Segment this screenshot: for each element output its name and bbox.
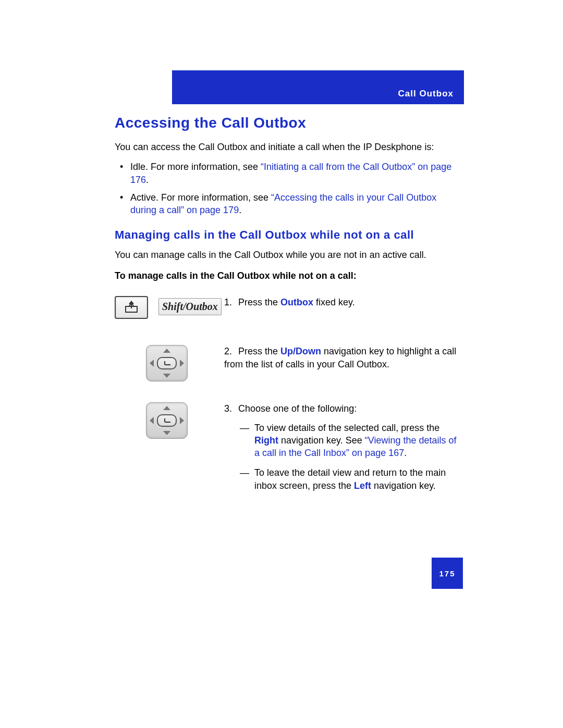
page-number: 175 bbox=[432, 558, 463, 589]
step-text-post: fixed key. bbox=[313, 297, 355, 307]
sub-item-right-key: To view details of the selected call, pr… bbox=[240, 422, 459, 460]
step-3-text: 3. Choose one of the following: To view … bbox=[224, 402, 459, 499]
bullet-idle: Idle. For more information, see “Initiat… bbox=[115, 161, 459, 186]
nav-down-icon bbox=[163, 431, 170, 435]
shift-outbox-label: Shift/Outbox bbox=[158, 298, 222, 315]
sub-text-post: . bbox=[404, 448, 407, 458]
content-area: Accessing the Call Outbox You can access… bbox=[115, 115, 459, 499]
nav-enter-icon bbox=[157, 357, 177, 369]
key-name-left: Left bbox=[354, 480, 371, 491]
step-row-1: Shift/Outbox 1. Press the Outbox fixed k… bbox=[115, 296, 459, 319]
nav-right-icon bbox=[180, 360, 184, 367]
nav-down-icon bbox=[163, 374, 170, 378]
step-row-2: 2. Press the Up/Down navigation key to h… bbox=[115, 345, 459, 381]
key-name-updown: Up/Down bbox=[280, 346, 321, 356]
outbox-key-icon bbox=[115, 296, 148, 319]
nav-left-icon bbox=[150, 417, 154, 424]
sub-text-pre: To view details of the selected call, pr… bbox=[254, 423, 439, 433]
intro-bullet-list: Idle. For more information, see “Initiat… bbox=[115, 161, 459, 216]
sub-item-left-key: To leave the detail view and return to t… bbox=[240, 466, 459, 492]
sub-text-mid: navigation key. See bbox=[278, 435, 365, 446]
procedure-title: To manage calls in the Call Outbox while… bbox=[115, 270, 459, 281]
bullet-text-post: . bbox=[146, 175, 149, 185]
navigation-pad-icon bbox=[146, 402, 188, 439]
section-paragraph: You can manage calls in the Call Outbox … bbox=[115, 249, 459, 261]
intro-paragraph: You can access the Call Outbox and initi… bbox=[115, 141, 459, 153]
step-number: 2. bbox=[224, 345, 236, 357]
step-2-text: 2. Press the Up/Down navigation key to h… bbox=[224, 345, 459, 371]
key-name-right: Right bbox=[254, 435, 278, 446]
step-3-intro: Choose one of the following: bbox=[238, 403, 357, 414]
sub-text-post: navigation key. bbox=[371, 480, 436, 491]
bullet-text-post: . bbox=[239, 205, 241, 215]
header-band: Call Outbox bbox=[172, 70, 464, 104]
header-section-label: Call Outbox bbox=[398, 89, 454, 99]
step-number: 3. bbox=[224, 402, 236, 415]
step-2-icons bbox=[115, 345, 224, 381]
nav-right-icon bbox=[180, 417, 184, 424]
bullet-text: Idle. For more information, see bbox=[130, 162, 261, 172]
nav-up-icon bbox=[163, 406, 170, 410]
step-3-icons bbox=[115, 402, 224, 439]
nav-up-icon bbox=[163, 349, 170, 353]
step-3-sublist: To view details of the selected call, pr… bbox=[224, 422, 459, 492]
bullet-text: Active. For more information, see bbox=[130, 192, 271, 203]
step-text-pre: Press the bbox=[238, 297, 280, 307]
section-heading: Managing calls in the Call Outbox while … bbox=[115, 228, 459, 242]
document-page: Call Outbox Accessing the Call Outbox Yo… bbox=[0, 0, 563, 728]
key-name-outbox: Outbox bbox=[280, 297, 313, 307]
step-1-text: 1. Press the Outbox fixed key. bbox=[224, 296, 459, 309]
nav-left-icon bbox=[150, 360, 154, 367]
page-title: Accessing the Call Outbox bbox=[115, 115, 459, 131]
nav-enter-icon bbox=[157, 414, 177, 427]
step-number: 1. bbox=[224, 296, 236, 309]
navigation-pad-icon bbox=[146, 345, 188, 381]
step-text-pre: Press the bbox=[238, 346, 280, 356]
bullet-active: Active. For more information, see “Acces… bbox=[115, 191, 459, 217]
step-row-3: 3. Choose one of the following: To view … bbox=[115, 402, 459, 499]
step-1-icons: Shift/Outbox bbox=[115, 296, 224, 319]
